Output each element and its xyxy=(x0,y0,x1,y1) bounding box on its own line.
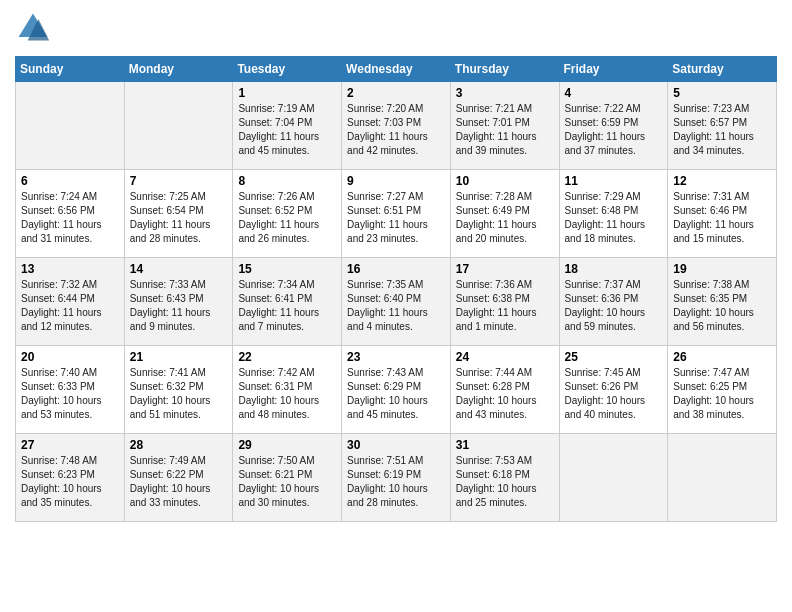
day-number: 22 xyxy=(238,350,336,364)
calendar-cell: 12Sunrise: 7:31 AM Sunset: 6:46 PM Dayli… xyxy=(668,170,777,258)
day-info: Sunrise: 7:34 AM Sunset: 6:41 PM Dayligh… xyxy=(238,278,336,334)
calendar-cell: 3Sunrise: 7:21 AM Sunset: 7:01 PM Daylig… xyxy=(450,82,559,170)
calendar-cell: 10Sunrise: 7:28 AM Sunset: 6:49 PM Dayli… xyxy=(450,170,559,258)
day-info: Sunrise: 7:48 AM Sunset: 6:23 PM Dayligh… xyxy=(21,454,119,510)
calendar-table: SundayMondayTuesdayWednesdayThursdayFrid… xyxy=(15,56,777,522)
day-number: 6 xyxy=(21,174,119,188)
day-number: 16 xyxy=(347,262,445,276)
day-info: Sunrise: 7:41 AM Sunset: 6:32 PM Dayligh… xyxy=(130,366,228,422)
calendar-cell xyxy=(668,434,777,522)
weekday-header-saturday: Saturday xyxy=(668,57,777,82)
calendar-week-4: 20Sunrise: 7:40 AM Sunset: 6:33 PM Dayli… xyxy=(16,346,777,434)
day-number: 15 xyxy=(238,262,336,276)
calendar-cell: 21Sunrise: 7:41 AM Sunset: 6:32 PM Dayli… xyxy=(124,346,233,434)
day-number: 11 xyxy=(565,174,663,188)
page-container: SundayMondayTuesdayWednesdayThursdayFrid… xyxy=(0,0,792,532)
day-number: 31 xyxy=(456,438,554,452)
calendar-cell: 19Sunrise: 7:38 AM Sunset: 6:35 PM Dayli… xyxy=(668,258,777,346)
calendar-cell: 22Sunrise: 7:42 AM Sunset: 6:31 PM Dayli… xyxy=(233,346,342,434)
day-number: 25 xyxy=(565,350,663,364)
day-info: Sunrise: 7:28 AM Sunset: 6:49 PM Dayligh… xyxy=(456,190,554,246)
day-number: 14 xyxy=(130,262,228,276)
day-info: Sunrise: 7:50 AM Sunset: 6:21 PM Dayligh… xyxy=(238,454,336,510)
day-info: Sunrise: 7:31 AM Sunset: 6:46 PM Dayligh… xyxy=(673,190,771,246)
calendar-week-2: 6Sunrise: 7:24 AM Sunset: 6:56 PM Daylig… xyxy=(16,170,777,258)
calendar-cell: 6Sunrise: 7:24 AM Sunset: 6:56 PM Daylig… xyxy=(16,170,125,258)
day-info: Sunrise: 7:43 AM Sunset: 6:29 PM Dayligh… xyxy=(347,366,445,422)
calendar-cell: 9Sunrise: 7:27 AM Sunset: 6:51 PM Daylig… xyxy=(342,170,451,258)
day-info: Sunrise: 7:45 AM Sunset: 6:26 PM Dayligh… xyxy=(565,366,663,422)
calendar-week-3: 13Sunrise: 7:32 AM Sunset: 6:44 PM Dayli… xyxy=(16,258,777,346)
day-number: 12 xyxy=(673,174,771,188)
day-info: Sunrise: 7:32 AM Sunset: 6:44 PM Dayligh… xyxy=(21,278,119,334)
calendar-cell: 16Sunrise: 7:35 AM Sunset: 6:40 PM Dayli… xyxy=(342,258,451,346)
day-info: Sunrise: 7:20 AM Sunset: 7:03 PM Dayligh… xyxy=(347,102,445,158)
day-number: 24 xyxy=(456,350,554,364)
day-number: 10 xyxy=(456,174,554,188)
calendar-cell: 27Sunrise: 7:48 AM Sunset: 6:23 PM Dayli… xyxy=(16,434,125,522)
day-number: 30 xyxy=(347,438,445,452)
day-number: 9 xyxy=(347,174,445,188)
day-info: Sunrise: 7:29 AM Sunset: 6:48 PM Dayligh… xyxy=(565,190,663,246)
weekday-header-monday: Monday xyxy=(124,57,233,82)
logo xyxy=(15,10,55,46)
day-info: Sunrise: 7:24 AM Sunset: 6:56 PM Dayligh… xyxy=(21,190,119,246)
calendar-cell: 14Sunrise: 7:33 AM Sunset: 6:43 PM Dayli… xyxy=(124,258,233,346)
calendar-cell: 24Sunrise: 7:44 AM Sunset: 6:28 PM Dayli… xyxy=(450,346,559,434)
calendar-cell: 29Sunrise: 7:50 AM Sunset: 6:21 PM Dayli… xyxy=(233,434,342,522)
header xyxy=(15,10,777,46)
calendar-cell: 1Sunrise: 7:19 AM Sunset: 7:04 PM Daylig… xyxy=(233,82,342,170)
day-info: Sunrise: 7:33 AM Sunset: 6:43 PM Dayligh… xyxy=(130,278,228,334)
calendar-cell: 8Sunrise: 7:26 AM Sunset: 6:52 PM Daylig… xyxy=(233,170,342,258)
logo-icon xyxy=(15,10,51,46)
weekday-header-thursday: Thursday xyxy=(450,57,559,82)
day-info: Sunrise: 7:47 AM Sunset: 6:25 PM Dayligh… xyxy=(673,366,771,422)
day-info: Sunrise: 7:35 AM Sunset: 6:40 PM Dayligh… xyxy=(347,278,445,334)
calendar-cell: 2Sunrise: 7:20 AM Sunset: 7:03 PM Daylig… xyxy=(342,82,451,170)
calendar-cell xyxy=(559,434,668,522)
calendar-cell xyxy=(124,82,233,170)
day-info: Sunrise: 7:44 AM Sunset: 6:28 PM Dayligh… xyxy=(456,366,554,422)
calendar-cell: 4Sunrise: 7:22 AM Sunset: 6:59 PM Daylig… xyxy=(559,82,668,170)
calendar-cell: 26Sunrise: 7:47 AM Sunset: 6:25 PM Dayli… xyxy=(668,346,777,434)
day-number: 26 xyxy=(673,350,771,364)
day-info: Sunrise: 7:40 AM Sunset: 6:33 PM Dayligh… xyxy=(21,366,119,422)
calendar-week-1: 1Sunrise: 7:19 AM Sunset: 7:04 PM Daylig… xyxy=(16,82,777,170)
day-info: Sunrise: 7:36 AM Sunset: 6:38 PM Dayligh… xyxy=(456,278,554,334)
day-number: 21 xyxy=(130,350,228,364)
day-info: Sunrise: 7:26 AM Sunset: 6:52 PM Dayligh… xyxy=(238,190,336,246)
day-info: Sunrise: 7:51 AM Sunset: 6:19 PM Dayligh… xyxy=(347,454,445,510)
day-number: 1 xyxy=(238,86,336,100)
day-info: Sunrise: 7:53 AM Sunset: 6:18 PM Dayligh… xyxy=(456,454,554,510)
day-number: 28 xyxy=(130,438,228,452)
calendar-cell: 13Sunrise: 7:32 AM Sunset: 6:44 PM Dayli… xyxy=(16,258,125,346)
day-number: 19 xyxy=(673,262,771,276)
day-number: 5 xyxy=(673,86,771,100)
calendar-cell xyxy=(16,82,125,170)
calendar-cell: 17Sunrise: 7:36 AM Sunset: 6:38 PM Dayli… xyxy=(450,258,559,346)
weekday-header-wednesday: Wednesday xyxy=(342,57,451,82)
day-number: 3 xyxy=(456,86,554,100)
day-info: Sunrise: 7:49 AM Sunset: 6:22 PM Dayligh… xyxy=(130,454,228,510)
day-info: Sunrise: 7:23 AM Sunset: 6:57 PM Dayligh… xyxy=(673,102,771,158)
calendar-cell: 15Sunrise: 7:34 AM Sunset: 6:41 PM Dayli… xyxy=(233,258,342,346)
calendar-cell: 11Sunrise: 7:29 AM Sunset: 6:48 PM Dayli… xyxy=(559,170,668,258)
calendar-cell: 28Sunrise: 7:49 AM Sunset: 6:22 PM Dayli… xyxy=(124,434,233,522)
day-number: 17 xyxy=(456,262,554,276)
weekday-header-tuesday: Tuesday xyxy=(233,57,342,82)
day-info: Sunrise: 7:38 AM Sunset: 6:35 PM Dayligh… xyxy=(673,278,771,334)
calendar-cell: 23Sunrise: 7:43 AM Sunset: 6:29 PM Dayli… xyxy=(342,346,451,434)
weekday-row: SundayMondayTuesdayWednesdayThursdayFrid… xyxy=(16,57,777,82)
calendar-header: SundayMondayTuesdayWednesdayThursdayFrid… xyxy=(16,57,777,82)
weekday-header-friday: Friday xyxy=(559,57,668,82)
calendar-cell: 5Sunrise: 7:23 AM Sunset: 6:57 PM Daylig… xyxy=(668,82,777,170)
day-number: 7 xyxy=(130,174,228,188)
calendar-cell: 25Sunrise: 7:45 AM Sunset: 6:26 PM Dayli… xyxy=(559,346,668,434)
day-number: 20 xyxy=(21,350,119,364)
day-number: 2 xyxy=(347,86,445,100)
day-number: 23 xyxy=(347,350,445,364)
day-number: 27 xyxy=(21,438,119,452)
calendar-cell: 30Sunrise: 7:51 AM Sunset: 6:19 PM Dayli… xyxy=(342,434,451,522)
day-number: 4 xyxy=(565,86,663,100)
day-number: 18 xyxy=(565,262,663,276)
